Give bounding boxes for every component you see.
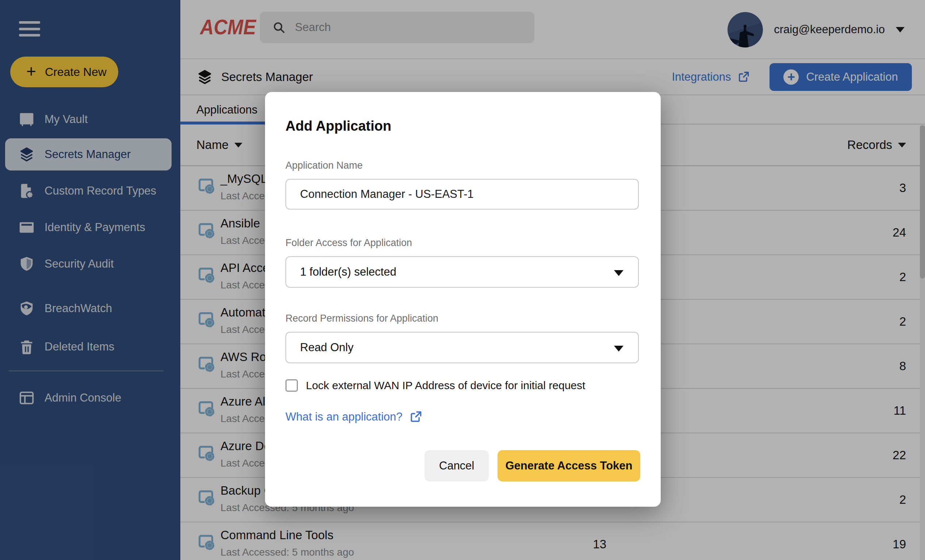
lock-ip-checkbox[interactable] [285,379,298,392]
folder-access-label: Folder Access for Application [285,237,412,248]
record-permissions-label: Record Permissions for Application [285,313,438,324]
lock-ip-option: Lock external WAN IP Address of device f… [285,379,585,392]
dialog-title: Add Application [285,118,391,134]
keeper-vault-app: { "topbar": { "logo": "ACME", "search_pl… [0,0,925,560]
application-name-label: Application Name [285,160,363,171]
record-permissions-select[interactable]: Read Only [285,332,639,363]
generate-access-token-button[interactable]: Generate Access Token [497,450,640,482]
cancel-button[interactable]: Cancel [425,450,489,482]
application-name-field[interactable] [285,179,639,209]
lock-ip-label: Lock external WAN IP Address of device f… [306,379,585,392]
chevron-down-icon [614,346,624,352]
external-link-icon [409,410,422,423]
what-is-application-link[interactable]: What is an application? [285,410,422,423]
chevron-down-icon [614,270,624,276]
folder-access-select[interactable]: 1 folder(s) selected [285,256,639,288]
add-application-dialog: Add Application Application Name Folder … [265,92,661,507]
